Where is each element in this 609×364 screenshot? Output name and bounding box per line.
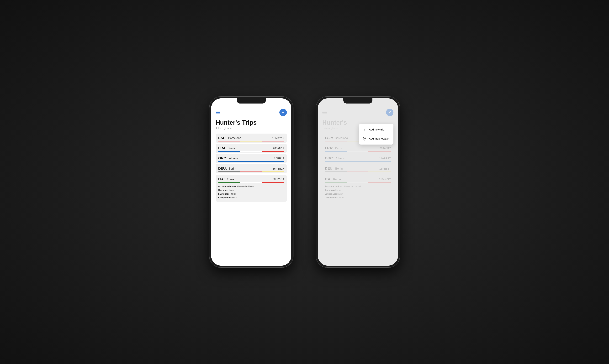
trip-card-grc-1[interactable]: GRC: Athens 11APR17 [216,154,287,163]
add-button-1[interactable]: + [279,109,287,116]
grc-stripe-1 [218,161,284,162]
page-title-1: Hunter's Trips [216,119,287,126]
fra-stripe-1 [218,151,284,152]
trip-card-ita-2[interactable]: ITA: Rome 21MAY17 Accommodations: Alessa… [322,175,394,202]
trip-city-fra-1: Paris [228,147,235,150]
trip-city-esp-2: Barcelona [335,136,348,140]
trip-card-ita-1[interactable]: ITA: Rome 21MAY17 Accommodations: Alessa… [216,175,287,202]
scene: + Hunter's Trips Take a glance [0,0,609,364]
deu-stripe-1 [218,171,284,172]
trip-card-deu-2[interactable]: DEU: Berlin 15FEB17 [322,164,394,173]
trip-city-deu-1: Berlin [229,167,236,170]
add-new-trip-label: Add new trip [369,128,384,131]
title-section-1: Hunter's Trips Take a glance [216,119,287,130]
trip-date-ita-1: 21MAY17 [272,178,284,181]
trip-country-grc-1: GRC: [218,156,227,160]
svg-point-5 [364,138,365,139]
page-subtitle-1: Take a glance [216,127,287,130]
trip-detail-info-1: Accommodations: Alessandro Hostel Curren… [218,184,284,200]
trip-country-grc-2: GRC: [325,156,334,160]
trip-city-esp-1: Barcelona [228,136,241,140]
close-button-2[interactable]: ✕ [386,109,394,116]
trip-card-deu-1[interactable]: DEU: Berlin 15FEB17 [216,164,287,173]
trips-list-1: ESP: Barcelona 18MAY17 FRA: [216,133,287,261]
trip-card-fra-2[interactable]: FRA: Paris 28JAN17 [322,144,394,153]
screen-1: + Hunter's Trips Take a glance [211,98,291,266]
trip-country-fra-1: FRA: [218,146,227,150]
trip-card-esp-1[interactable]: ESP: Barcelona 18MAY17 [216,133,287,143]
trip-card-fra-1[interactable]: FRA: Paris 28JAN17 [216,144,287,153]
deu-stripe-2 [325,171,391,172]
add-trip-icon [362,127,367,132]
trip-country-esp-2: ESP: [325,136,333,140]
fra-stripe-2 [325,151,391,152]
phone-2: ✕ Hunter's Take a glance ESP: [316,96,400,268]
trip-city-deu-2: Berlin [335,167,343,170]
trip-date-fra-1: 28JAN17 [273,147,284,150]
hamburger-button-2[interactable] [322,111,327,114]
trip-date-ita-2: 21MAY17 [379,178,391,181]
trip-date-deu-2: 15FEB17 [379,167,391,170]
grc-stripe-2 [325,161,391,162]
trip-city-ita-2: Rome [333,178,341,181]
ita-stripe-1 [218,182,284,183]
trip-city-fra-2: Paris [335,147,342,150]
trip-date-deu-1: 15FEB17 [273,167,284,170]
screen-content-1: + Hunter's Trips Take a glance [211,98,291,266]
screen-content-2: ✕ Hunter's Take a glance ESP: [318,98,398,266]
esp-stripe-1 [218,141,284,142]
trip-country-esp-1: ESP: [218,136,226,140]
trip-country-deu-1: DEU: [218,166,227,170]
map-location-icon [362,136,367,141]
trip-country-deu-2: DEU: [325,166,334,170]
hamburger-button-1[interactable] [216,111,220,114]
add-new-trip-item[interactable]: Add new trip [359,125,393,134]
trip-date-esp-1: 18MAY17 [272,137,284,140]
add-map-location-label: Add map location [369,137,390,140]
phone-1: + Hunter's Trips Take a glance [209,96,293,268]
trip-country-fra-2: FRA: [325,146,333,150]
screen-2: ✕ Hunter's Take a glance ESP: [318,98,398,266]
popup-menu: Add new trip Add map location [359,124,393,144]
trip-city-grc-1: Athens [229,157,238,160]
trip-date-grc-2: 11APR17 [379,157,391,160]
add-map-location-item[interactable]: Add map location [359,134,393,143]
notch-1 [237,98,266,104]
trip-date-fra-2: 28JAN17 [380,147,391,150]
header-bar-1: + [216,109,287,116]
trip-city-grc-2: Athens [336,157,345,160]
trip-date-grc-1: 11APR17 [272,157,284,160]
trip-card-grc-2[interactable]: GRC: Athens 11APR17 [322,154,394,163]
ita-stripe-2 [325,182,391,183]
trip-country-ita-2: ITA: [325,177,331,181]
trips-list-2: ESP: Barcelona 18MAY17 FRA: [322,133,394,261]
trip-detail-info-2: Accommodations: Alessandro Hostel Curren… [325,184,391,200]
trip-country-ita-1: ITA: [218,177,225,181]
trip-city-ita-1: Rome [226,178,234,181]
notch-2 [343,98,372,104]
header-bar-2: ✕ [322,109,394,116]
